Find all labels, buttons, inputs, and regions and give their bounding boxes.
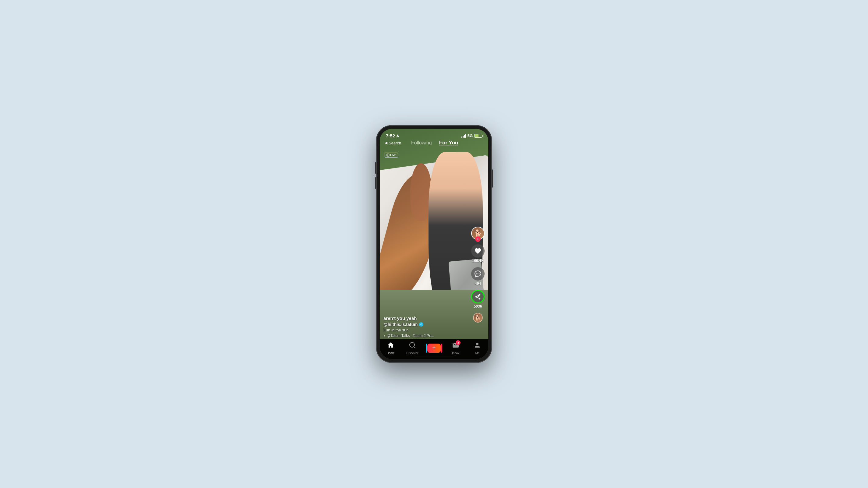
creator-info[interactable]: @hi.this.is.tatum ✓ <box>383 322 468 327</box>
like-button[interactable]: 169.4K <box>471 244 485 263</box>
svg-point-5 <box>479 273 480 274</box>
feed-tabs: Following For You <box>411 140 458 146</box>
following-tab[interactable]: Following <box>411 140 432 145</box>
inbox-label: Inbox <box>452 352 459 355</box>
share-button[interactable]: 5036 <box>471 290 485 308</box>
svg-marker-2 <box>388 155 389 156</box>
inbox-icon: 3 <box>452 341 459 351</box>
create-button[interactable]: + <box>427 344 441 353</box>
video-description: Fun in the sun <box>383 328 468 332</box>
creator-handle-text: @hi.this.is.tatum <box>383 322 417 327</box>
volume-up-button[interactable] <box>375 162 376 174</box>
home-label: Home <box>386 352 395 355</box>
me-label: Me <box>475 352 479 355</box>
music-info[interactable]: ♪ @Tatum Talks · Tatum 2 Pe... <box>383 333 468 338</box>
action-buttons: 🐕 + 169.4K <box>471 227 485 323</box>
volume-down-button[interactable] <box>375 177 376 189</box>
nav-discover[interactable]: Discover <box>404 341 421 355</box>
music-text: @Tatum Talks · Tatum 2 Pe... <box>387 333 434 338</box>
video-caption: aren't you yeah <box>383 316 468 321</box>
follow-plus-button[interactable]: + <box>475 236 480 242</box>
home-icon <box>387 341 394 351</box>
phone-frame: 7:52 5G ◀ <box>376 125 492 363</box>
heart-icon <box>471 244 485 258</box>
discover-icon <box>409 341 416 351</box>
search-nav[interactable]: ◀ Search <box>384 141 401 145</box>
live-button[interactable]: LIVE <box>384 153 398 158</box>
svg-point-4 <box>477 273 478 274</box>
comment-icon <box>471 267 485 281</box>
chevron-left-icon: ◀ <box>384 141 388 145</box>
share-icon-container <box>471 290 485 303</box>
nav-inbox[interactable]: 3 Inbox <box>447 341 464 355</box>
svg-line-10 <box>476 297 480 298</box>
for-you-tab[interactable]: For You <box>439 140 458 146</box>
nav-me[interactable]: Me <box>469 341 486 355</box>
search-label[interactable]: Search <box>389 141 401 145</box>
status-bar: 7:52 5G <box>380 129 488 138</box>
nav-home[interactable]: Home <box>382 341 399 355</box>
power-button[interactable] <box>492 169 493 188</box>
live-icon <box>386 154 390 157</box>
verified-badge: ✓ <box>419 322 423 327</box>
status-indicators: 5G <box>461 133 482 138</box>
comment-count: 494 <box>475 282 481 286</box>
share-icon <box>474 293 481 300</box>
svg-point-3 <box>476 273 477 274</box>
svg-point-11 <box>410 343 414 347</box>
like-count: 169.4K <box>472 259 484 263</box>
bottom-navigation: Home Discover + <box>380 339 488 359</box>
top-navigation: ◀ Search LIVE Following For You <box>380 140 488 146</box>
location-icon <box>396 134 399 137</box>
signal-icon <box>461 134 466 138</box>
svg-marker-0 <box>396 134 399 137</box>
creator-avatar[interactable]: 🐕 + <box>471 227 485 240</box>
profile-icon <box>474 341 481 351</box>
comment-button[interactable]: 494 <box>471 267 485 286</box>
music-note-icon: ♪ <box>383 333 385 338</box>
nav-create[interactable]: + <box>426 344 442 353</box>
second-avatar[interactable]: 🐕 <box>473 313 483 323</box>
inbox-badge: 3 <box>456 340 461 345</box>
video-info: aren't you yeah @hi.this.is.tatum ✓ Fun … <box>383 316 468 338</box>
svg-line-12 <box>413 346 415 348</box>
discover-label: Discover <box>406 352 418 355</box>
network-label: 5G <box>467 133 473 138</box>
share-count: 5036 <box>474 304 482 308</box>
phone-screen: 7:52 5G ◀ <box>380 129 488 359</box>
battery-icon <box>474 134 482 138</box>
status-time: 7:52 <box>386 133 399 138</box>
